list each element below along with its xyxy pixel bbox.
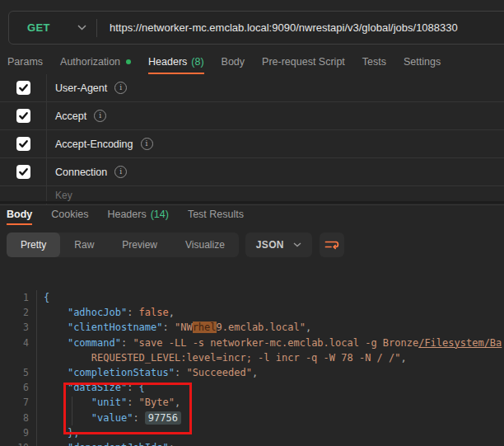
code-token [44,322,68,333]
header-key: Accept [55,110,86,122]
wrap-lines-icon [324,237,340,252]
headers-table: User-AgentiAcceptiAccept-EncodingiConnec… [0,74,504,205]
code-token: , [175,397,180,408]
code-token: "completionStatus" [68,367,175,378]
tab-params[interactable]: Params [7,56,43,74]
response-tab-cookies[interactable]: Cookies [51,209,88,225]
tab-settings[interactable]: Settings [404,56,441,74]
info-icon[interactable]: i [114,82,127,94]
tab-count-badge: (8) [191,56,203,68]
auth-status-dot [126,59,131,64]
code-token: "dependentJobIds" [68,442,169,446]
tab-label: Pre-request Script [262,56,345,68]
code-token: , [306,322,311,333]
checkbox-cell [0,130,46,157]
code-token [44,307,68,318]
view-mode-pretty[interactable]: Pretty [7,232,60,257]
header-key-cell: Accepti [46,102,504,129]
header-checkbox[interactable] [16,137,30,151]
tab-tests[interactable]: Tests [362,56,386,74]
response-tab-test-results[interactable]: Test Results [188,209,244,225]
code-text: "value": 97756 [36,411,504,425]
url-bar: GET https://networker-mc.emclab.local:90… [8,11,504,45]
code-token: : [127,307,138,318]
code-line: 3 "clientHostname": "NWrhel9.emclab.loca… [0,320,504,335]
key-input[interactable]: Key [55,190,72,201]
code-token: "Succeeded" [186,367,251,378]
view-mode-raw[interactable]: Raw [60,232,108,257]
line-number: 7 [0,395,36,410]
line-number: 3 [0,320,36,335]
code-line: 1{ [0,290,504,305]
search-highlight: rhel [193,322,217,333]
code-line: 9 }, [0,425,504,440]
line-number: 9 [0,425,36,440]
code-token: , [169,307,175,318]
line-number: 2 [0,305,36,320]
code-line: 5 "completionStatus": "Succeeded", [0,365,504,380]
code-token [44,367,68,378]
code-token: : [127,382,138,393]
code-token: { [44,292,49,303]
response-tab-headers[interactable]: Headers(14) [107,209,168,225]
wrap-lines-button[interactable] [320,232,344,257]
response-body: 1{2 "adhocJob": false,3 "clientHostname"… [0,290,504,446]
tab-pre-request-script[interactable]: Pre-request Script [262,56,345,74]
header-row: Accept-Encodingi [0,130,504,158]
response-tabs: BodyCookiesHeaders(14)Test Results [0,203,504,225]
response-toolbar: PrettyRawPreviewVisualize JSON [7,232,504,257]
tab-label: Tests [362,56,386,68]
code-line: 10 "dependentJobIds": [0,440,504,446]
code-token: , [400,352,406,364]
response-tab-body[interactable]: Body [7,209,32,225]
tab-body[interactable]: Body [222,56,245,74]
tab-label: Test Results [188,209,244,220]
info-icon[interactable]: i [94,110,106,122]
code-text: "unit": "Byte", [36,395,504,410]
tab-label: Headers [148,56,187,68]
info-icon[interactable]: i [141,138,153,150]
indent-guide [72,397,72,425]
code-token: false [139,307,169,318]
code-token: "NW [175,322,193,333]
info-icon[interactable]: i [114,166,127,178]
code-line: 4 "command": "save -LL -s networker-mc.e… [0,336,504,350]
request-tabs: ParamsAuthorizationHeaders(8)BodyPre-req… [0,49,504,74]
line-number: 5 [0,365,36,380]
header-checkbox[interactable] [16,81,30,95]
header-checkbox[interactable] [16,165,30,179]
code-token: REQUESTED_LEVEL:level=incr; -l incr -q -… [91,352,401,364]
line-number: 6 [0,380,36,395]
line-number [0,350,36,365]
header-row: Connectioni [0,158,504,186]
code-line: 7 "unit": "Byte", [0,395,504,410]
format-select[interactable]: JSON [245,232,312,257]
code-token [44,397,91,408]
method-select[interactable]: GET [9,12,96,44]
url-input[interactable]: https://networker-mc.emclab.local:9090/n… [110,21,458,34]
header-key-cell: Connectioni [46,158,504,185]
line-number: 10 [0,440,36,446]
view-mode-visualize[interactable]: Visualize [171,232,239,257]
code-line: REQUESTED_LEVEL:level=incr; -l incr -q -… [0,350,504,365]
header-key-cell: User-Agenti [46,74,504,101]
header-key-cell: Accept-Encodingi [46,130,504,157]
line-number: 4 [0,336,36,350]
code-token [44,427,68,439]
tab-label: Headers [107,209,146,220]
code-line: 2 "adhocJob": false, [0,305,504,320]
header-key: User-Agent [55,82,107,94]
code-token: "unit" [91,397,127,408]
line-number: 1 [0,290,36,305]
code-token: "dataSize" [68,382,127,393]
tab-authorization[interactable]: Authorization [60,56,131,74]
tab-headers[interactable]: Headers(8) [148,56,204,74]
view-mode-preview[interactable]: Preview [108,232,171,257]
header-checkbox[interactable] [16,109,30,123]
path-link[interactable]: /Filesystem/Ba [418,337,502,349]
code-token: 9.emclab.local" [217,322,306,333]
code-token: "value" [91,412,133,424]
code-token: , [252,367,258,378]
checkbox-cell [0,74,46,101]
code-token: : [133,412,144,424]
